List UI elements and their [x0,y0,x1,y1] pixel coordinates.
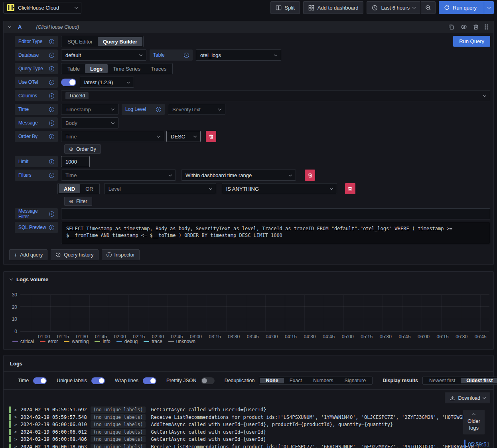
filter-operator-select[interactable]: Within dashboard time range [181,170,296,181]
log-row[interactable]: >2024-02-19 06:00:06.010(no unique label… [9,421,493,428]
legend-item-trace[interactable]: trace [144,339,162,344]
option-sql-editor[interactable]: SQL Editor [62,37,98,46]
table-select[interactable]: otel_logs [196,49,281,61]
remove-order-by-button[interactable] [206,131,216,142]
database-select[interactable]: default [61,49,146,61]
expand-row-icon[interactable]: > [14,437,17,442]
option-oldest-first[interactable]: Oldest first [461,378,497,383]
log-row[interactable]: >2024-02-19 06:00:08.486(no unique label… [9,436,493,443]
info-icon[interactable]: i [49,53,54,58]
option-and[interactable]: AND [59,184,80,193]
filter-level-field-select[interactable]: Level [104,183,216,194]
info-icon[interactable]: i [49,225,54,230]
download-button[interactable]: Download [445,393,490,403]
info-icon[interactable]: i [49,107,54,112]
legend-label: debug [124,339,138,344]
legend-item-error[interactable]: error [40,339,58,344]
filter-level-operator-select[interactable]: IS ANYTHING [222,183,337,194]
message-column-select[interactable]: Body [61,117,118,128]
option-table[interactable]: Table [62,64,85,73]
split-button[interactable]: Split [270,1,300,14]
expand-row-icon[interactable]: > [14,444,17,448]
column-chip-traceid[interactable]: TraceId [65,92,89,99]
hide-response-eye-icon[interactable] [460,24,467,30]
option-traces[interactable]: Traces [146,64,172,73]
option-logs[interactable]: Logs [85,64,108,73]
display-results-switcher: Newest first Oldest first [422,377,497,385]
run-query-inline-button[interactable]: Run Query [453,36,490,47]
time-toggle[interactable] [33,377,47,384]
info-icon[interactable]: i [49,39,54,44]
run-query-button[interactable]: Run query [439,1,494,14]
option-or[interactable]: OR [80,184,99,193]
log-row[interactable]: >2024-02-19 05:59:57.548(no unique label… [9,414,493,421]
info-icon[interactable]: i [49,159,54,164]
message-filter-input[interactable] [61,208,490,219]
time-range-picker[interactable]: Last 6 hours [367,1,420,14]
order-direction-select[interactable]: DESC [166,131,201,142]
time-column-select[interactable]: Timestamp [61,104,118,115]
inspector-button[interactable]: i Inspector [102,249,140,260]
expand-row-icon[interactable]: > [14,414,17,420]
add-filter-button[interactable]: ⊕ Filter [64,197,92,206]
remove-level-filter-button[interactable] [345,183,355,194]
log-timestamp: 2024-02-19 06:00:18.663 [21,444,87,448]
info-icon[interactable]: i [156,107,161,112]
add-to-dashboard-button[interactable]: Add to dashboard [303,1,364,14]
duplicate-query-icon[interactable] [448,24,454,30]
legend-item-debug[interactable]: debug [116,339,138,344]
collapse-query-icon[interactable] [8,25,11,28]
log-row[interactable]: >2024-02-19 06:00:06.012(no unique label… [9,428,493,436]
info-icon[interactable]: i [184,53,189,58]
query-row-header[interactable]: A (ClickHouse Cloud) [4,21,493,33]
limit-label: Limiti [15,156,58,167]
delete-query-icon[interactable] [473,24,479,30]
legend-item-info[interactable]: info [95,339,110,344]
add-order-by-button[interactable]: ⊕ Order By [64,144,101,154]
unique-labels-toggle[interactable] [91,377,105,384]
option-exact[interactable]: Exact [284,378,308,383]
collapse-volume-icon[interactable] [10,277,13,280]
legend-item-warning[interactable]: warning [64,339,89,344]
expand-row-icon[interactable]: > [14,407,17,412]
log-row[interactable]: >2024-02-19 06:00:18.663(no unique label… [9,443,493,448]
log-row[interactable]: >2024-02-19 05:59:51.692(no unique label… [9,406,493,414]
otel-version-select[interactable]: latest (1.2.9) [80,77,134,88]
info-icon[interactable]: i [49,134,54,139]
option-none[interactable]: None [260,378,284,383]
run-query-dropdown[interactable] [484,2,493,14]
columns-multiselect[interactable]: TraceId [61,90,490,101]
info-icon[interactable]: i [49,66,54,71]
zoom-out-time-button[interactable] [421,1,436,14]
info-icon[interactable]: i [49,93,54,99]
wrap-lines-toggle[interactable] [143,377,156,384]
logs-volume-header[interactable]: Logs volume [4,272,493,282]
query-datasource-hint: (ClickHouse Cloud) [36,24,79,30]
log-level-column-select[interactable]: SeverityText [168,104,225,115]
expand-row-icon[interactable]: > [14,422,17,427]
prettify-json-toggle[interactable] [201,377,215,384]
add-query-button[interactable]: + Add query [9,249,47,260]
info-icon[interactable]: i [49,120,54,126]
datasource-picker[interactable]: ClickHouse Cloud [3,2,81,14]
info-icon[interactable]: i [49,211,54,217]
option-newest-first[interactable]: Newest first [424,378,461,383]
legend-item-unknown[interactable]: unknown [168,339,195,344]
remove-filter-button[interactable] [305,170,315,181]
older-logs-button[interactable]: Older logs [463,410,485,434]
option-query-builder[interactable]: Query Builder [98,37,142,46]
info-icon[interactable]: i [49,173,54,178]
filter-field-select[interactable]: Time [61,170,176,181]
option-time-series[interactable]: Time Series [108,64,146,73]
option-numbers[interactable]: Numbers [308,378,339,383]
drag-handle-icon[interactable] [485,24,489,30]
info-icon[interactable]: i [49,80,54,85]
legend-item-critical[interactable]: critical [12,339,34,344]
use-otel-toggle[interactable] [61,79,76,86]
option-signature[interactable]: Signature [339,378,372,383]
limit-input[interactable] [61,156,90,167]
y-tick-label: 0 [14,329,17,334]
expand-row-icon[interactable]: > [14,429,17,434]
query-history-button[interactable]: Query history [51,249,98,260]
order-by-field-select[interactable]: Time [61,131,164,142]
